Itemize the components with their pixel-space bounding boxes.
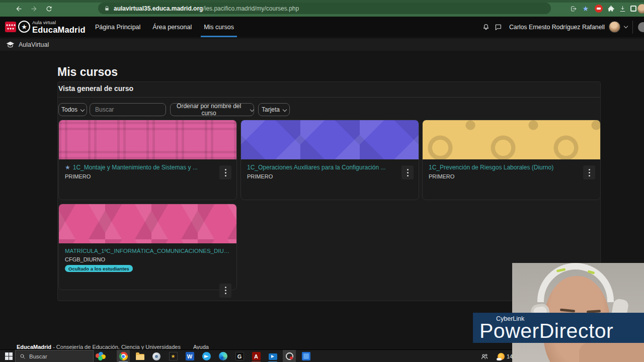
- browser-reload-icon[interactable]: [44, 4, 53, 13]
- share-icon[interactable]: [569, 4, 579, 14]
- graduation-cap-icon: [6, 41, 15, 48]
- user-name[interactable]: Carlos Ernesto Rodríguez Rafanell: [509, 24, 605, 31]
- course-card-body: ★1C_Montaje y Mantenimiento de Sistemas …: [59, 159, 236, 185]
- course-actions-menu-button[interactable]: [583, 165, 595, 179]
- course-link[interactable]: MATRÍCULA_1ºC_INFORMÁTICA_COMUNICACIONES…: [65, 248, 230, 254]
- lock-icon: [104, 6, 110, 12]
- edge-partial-icon[interactable]: [638, 22, 644, 32]
- taskbar-file-explorer-icon[interactable]: [133, 350, 146, 362]
- kebab-menu-icon: [225, 172, 226, 173]
- taskbar-word-icon[interactable]: W: [183, 350, 196, 362]
- taskbar-widget-cluster-icon[interactable]: [95, 350, 108, 362]
- taskbar-chrome-icon[interactable]: [117, 350, 130, 362]
- browser-toolbar: aulavirtual35.educa.madrid.org/ies.pacif…: [0, 0, 644, 17]
- screen: aulavirtual35.educa.madrid.org/ies.pacif…: [0, 0, 644, 362]
- course-card-body: MATRÍCULA_1ºC_INFORMÁTICA_COMUNICACIONES…: [59, 243, 236, 278]
- course-card-image[interactable]: [423, 120, 600, 159]
- taskbar-media-star-app-icon[interactable]: ★: [167, 350, 180, 362]
- user-avatar[interactable]: [609, 21, 620, 33]
- extension-badge-icon[interactable]: [594, 4, 604, 14]
- taskbar-photos-icon[interactable]: [299, 350, 312, 362]
- browser-back-icon[interactable]: [14, 4, 23, 13]
- section-divider: [58, 97, 600, 98]
- course-category: PRIMERO: [65, 173, 230, 179]
- menu-item-area-personal[interactable]: Área personal: [146, 17, 198, 37]
- course-actions-menu-button[interactable]: [401, 165, 414, 179]
- course-card: ★1C_Montaje y Mantenimiento de Sistemas …: [58, 120, 237, 200]
- favourite-star-icon: ★: [65, 164, 70, 171]
- course-category: PRIMERO: [247, 173, 413, 179]
- url-domain: aulavirtual35.educa.madrid.org: [114, 5, 203, 12]
- taskbar-video-editor-icon[interactable]: [266, 350, 279, 362]
- course-card-image[interactable]: [59, 120, 236, 159]
- course-card-body: 1C_Prevención de Riesgos Laborales (Diur…: [423, 159, 600, 185]
- url-path: /ies.pacifico.madrid/my/courses.php: [203, 5, 299, 12]
- taskbar-logitech-icon[interactable]: G: [233, 350, 246, 362]
- taskbar-acrobat-icon[interactable]: A: [250, 350, 263, 362]
- course-search-input[interactable]: [90, 103, 166, 116]
- start-button[interactable]: [2, 350, 15, 362]
- section-title: Vista general de curso: [58, 84, 133, 93]
- watermark-product: PowerDirector: [479, 319, 613, 343]
- taskbar-screen-recorder-icon[interactable]: [283, 350, 296, 362]
- taskbar-satellite-app-icon[interactable]: [150, 350, 163, 362]
- breadcrumb-site-link[interactable]: AulaVirtual: [19, 41, 49, 48]
- active-tab-underline: [201, 36, 237, 37]
- main-menu: Página Principal Área personal Mis curso…: [89, 17, 240, 37]
- taskbar-telegram-icon[interactable]: [200, 350, 213, 362]
- windows-logo-icon: [5, 352, 13, 360]
- course-category: PRIMERO: [429, 173, 594, 179]
- brand-title: EducaMadrid: [32, 25, 86, 35]
- chevron-down-icon: [80, 108, 85, 112]
- menu-item-mis-cursos[interactable]: Mis cursos: [198, 17, 240, 37]
- downloads-icon[interactable]: [617, 4, 627, 14]
- filter-group-dropdown[interactable]: Todos: [58, 103, 87, 116]
- course-link[interactable]: 1C_Operaciones Auxiliares para la Config…: [247, 164, 413, 171]
- course-card-body: 1C_Operaciones Auxiliares para la Config…: [241, 159, 419, 185]
- course-link[interactable]: ★1C_Montaje y Mantenimiento de Sistemas …: [65, 164, 230, 171]
- extensions-puzzle-icon[interactable]: [606, 4, 616, 14]
- chevron-down-icon: [283, 108, 287, 112]
- display-mode-dropdown[interactable]: Tarjeta: [258, 103, 290, 116]
- search-icon: [20, 353, 26, 359]
- site-navbar: ★ Aula virtual EducaMadrid Página Princi…: [0, 17, 644, 37]
- navbar-user-area: Carlos Ernesto Rodríguez Rafanell: [480, 17, 644, 37]
- messages-chat-icon[interactable]: [492, 21, 504, 33]
- course-actions-menu-button[interactable]: [219, 284, 231, 298]
- weather-sun-icon: [498, 353, 505, 360]
- course-card-image[interactable]: [241, 120, 419, 159]
- taskbar-search-box[interactable]: [15, 350, 94, 362]
- sort-dropdown[interactable]: Ordenar por nombre del curso: [170, 103, 254, 116]
- taskbar-search-input[interactable]: [29, 353, 85, 359]
- navbar-divider: [632, 21, 633, 34]
- address-bar[interactable]: aulavirtual35.educa.madrid.org/ies.pacif…: [98, 3, 551, 14]
- headset-band: [537, 263, 614, 302]
- browser-profile-avatar[interactable]: [637, 4, 644, 14]
- kebab-menu-icon: [225, 290, 226, 291]
- page-title: Mis cursos: [57, 65, 118, 79]
- presenter-hand: [579, 342, 644, 362]
- tray-people-icon[interactable]: [478, 350, 491, 362]
- chevron-down-icon: [250, 108, 254, 112]
- hidden-course-badge: Ocultado a los estudiantes: [65, 265, 133, 272]
- course-card-image[interactable]: [59, 204, 236, 243]
- course-category: CFGB_DIURNO: [65, 256, 230, 262]
- bookmark-star-icon[interactable]: ★: [581, 4, 591, 14]
- course-link[interactable]: 1C_Prevención de Riesgos Laborales (Diur…: [429, 164, 594, 171]
- course-card: 1C_Prevención de Riesgos Laborales (Diur…: [422, 120, 601, 200]
- brand-block[interactable]: Aula virtual EducaMadrid: [32, 20, 86, 35]
- brand-subtitle: Aula virtual: [32, 20, 86, 25]
- powerdirector-watermark: CyberLink PowerDirector: [473, 313, 644, 343]
- notifications-bell-icon[interactable]: [480, 21, 492, 33]
- madrid-flag-logo: [5, 22, 16, 32]
- educamadrid-star-logo: ★: [18, 21, 30, 33]
- course-card: 1C_Operaciones Auxiliares para la Config…: [240, 120, 419, 200]
- taskbar-edge-icon[interactable]: [216, 350, 229, 362]
- menu-item-pagina-principal[interactable]: Página Principal: [89, 17, 146, 37]
- user-menu-chevron-icon[interactable]: [624, 24, 628, 28]
- browser-forward-icon[interactable]: [29, 4, 38, 13]
- kebab-menu-icon: [407, 172, 409, 173]
- kebab-menu-icon: [589, 172, 590, 173]
- course-actions-menu-button[interactable]: [219, 165, 231, 179]
- course-card: MATRÍCULA_1ºC_INFORMÁTICA_COMUNICACIONES…: [58, 204, 237, 290]
